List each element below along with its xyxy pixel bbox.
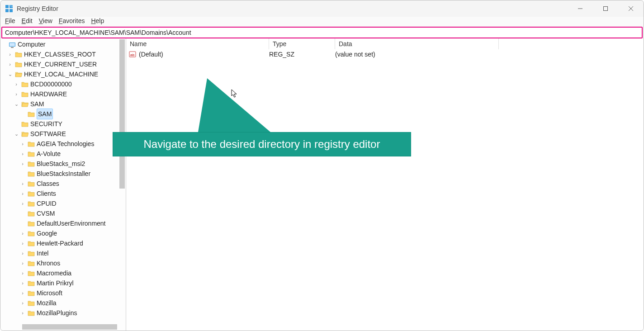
callout-text: Navigate to the desired directory in reg… xyxy=(144,138,380,151)
tree-label: BlueStacks_msi2 xyxy=(37,159,85,169)
tree-item-software[interactable]: ⌄ SOFTWARE xyxy=(0,129,118,139)
address-bar-highlight xyxy=(1,27,643,38)
list-header: Name Type Data xyxy=(126,38,644,49)
menu-file[interactable]: File xyxy=(5,17,15,24)
svg-rect-10 xyxy=(9,43,15,46)
tree-item[interactable]: ›BlueStacksInstaller xyxy=(0,169,118,179)
tree-item[interactable]: ›BlueStacks_msi2 xyxy=(0,159,118,169)
folder-icon xyxy=(21,121,28,127)
tree-label: CPUID xyxy=(37,199,57,208)
folder-icon xyxy=(15,61,22,67)
column-header-name[interactable]: Name xyxy=(126,38,269,49)
svg-rect-3 xyxy=(9,9,13,12)
tree-item[interactable]: ›MozillaPlugins xyxy=(0,308,118,318)
tree-item[interactable]: ›Mozilla xyxy=(0,298,118,308)
column-header-data[interactable]: Data xyxy=(335,38,499,49)
regedit-icon xyxy=(5,5,13,13)
tree-item[interactable]: ›Martin Prikryl xyxy=(0,278,118,288)
menu-help-label: elp xyxy=(96,17,104,24)
tree-root-computer[interactable]: ▾ Computer xyxy=(0,39,118,49)
chevron-down-icon: ⌄ xyxy=(13,129,19,139)
tree-item-hkcu[interactable]: › HKEY_CURRENT_USER xyxy=(0,59,118,69)
tree-item[interactable]: ›Intel xyxy=(0,248,118,258)
menu-view-label: iew xyxy=(43,17,52,24)
client-area: ▾ Computer › HKEY_CLASSES_ xyxy=(0,38,644,331)
cell-type-text: REG_SZ xyxy=(269,51,335,58)
chevron-right-icon: › xyxy=(19,298,26,308)
tree-label: BlueStacksInstaller xyxy=(37,169,90,179)
menu-view[interactable]: View xyxy=(39,17,52,24)
column-header-spare[interactable] xyxy=(499,38,644,49)
list-row[interactable]: ab (Default) REG_SZ (value not set) xyxy=(126,49,644,59)
chevron-right-icon: › xyxy=(19,189,26,199)
folder-icon xyxy=(28,190,35,197)
tree-label: Intel xyxy=(37,248,48,258)
tree-item-sam-sam-selected[interactable]: › SAM xyxy=(0,109,118,119)
folder-icon xyxy=(28,111,35,117)
menu-favorites-label: avorites xyxy=(62,17,85,24)
tree-horizontal-scrollbar[interactable] xyxy=(22,324,117,330)
folder-icon xyxy=(28,240,35,246)
titlebar: Registry Editor xyxy=(0,0,644,17)
tree-item[interactable]: ›Khronos xyxy=(0,258,118,268)
folder-icon xyxy=(28,170,35,177)
tree-item[interactable]: ›A-Volute xyxy=(0,149,118,159)
tree-label: Classes xyxy=(37,179,59,189)
tree-item[interactable]: ›Macromedia xyxy=(0,268,118,278)
menu-edit[interactable]: Edit xyxy=(22,17,33,24)
list-pane: Name Type Data ab (Default) REG_SZ (valu xyxy=(126,38,644,331)
tree-item-security[interactable]: › SECURITY xyxy=(0,119,118,129)
tree-label: Khronos xyxy=(37,258,60,268)
menu-help[interactable]: Help xyxy=(91,17,104,24)
tree-item-hklm[interactable]: ⌄ HKEY_LOCAL_MACHINE xyxy=(0,69,118,79)
folder-icon xyxy=(28,220,35,227)
tree-item-bcd[interactable]: › BCD00000000 xyxy=(0,79,118,89)
close-button[interactable] xyxy=(618,0,644,17)
folder-icon xyxy=(28,300,35,306)
chevron-right-icon: › xyxy=(19,228,26,238)
tree-item-hardware[interactable]: › HARDWARE xyxy=(0,89,118,99)
tree-item[interactable]: ›Classes xyxy=(0,179,118,189)
cell-data-text: (value not set) xyxy=(335,51,644,58)
tree-item[interactable]: ›Microsoft xyxy=(0,288,118,298)
minimize-button[interactable] xyxy=(568,0,593,17)
tree-item[interactable]: ›Hewlett-Packard xyxy=(0,238,118,248)
tree-item[interactable]: ›AGEIA Technologies xyxy=(0,139,118,149)
folder-icon xyxy=(28,151,35,157)
chevron-right-icon: › xyxy=(19,258,26,268)
maximize-button[interactable] xyxy=(593,0,618,17)
folder-icon xyxy=(15,51,22,57)
tree-label: SAM xyxy=(37,109,53,119)
tree-label: DefaultUserEnvironment xyxy=(37,218,106,228)
svg-rect-2 xyxy=(5,9,9,12)
tree-item-hkcr[interactable]: › HKEY_CLASSES_ROOT xyxy=(0,49,118,59)
address-input[interactable] xyxy=(4,28,640,37)
folder-icon xyxy=(21,81,28,87)
tree-label: HKEY_LOCAL_MACHINE xyxy=(24,69,98,79)
tree-item[interactable]: ›CPUID xyxy=(0,199,118,208)
folder-icon xyxy=(28,180,35,187)
tree-item[interactable]: ›Google xyxy=(0,228,118,238)
column-header-type[interactable]: Type xyxy=(269,38,335,49)
menu-favorites[interactable]: Favorites xyxy=(59,17,85,24)
folder-icon xyxy=(28,230,35,236)
tree-label: SOFTWARE xyxy=(30,129,66,139)
tree-label: Microsoft xyxy=(37,288,62,298)
chevron-right-icon: › xyxy=(7,49,13,59)
tree-label: A-Volute xyxy=(37,149,61,159)
folder-icon xyxy=(28,290,35,296)
chevron-right-icon: › xyxy=(13,89,19,99)
tree-item-sam[interactable]: ⌄ SAM xyxy=(0,99,118,109)
tree-item[interactable]: ›Clients xyxy=(0,189,118,199)
window-controls xyxy=(568,0,644,17)
tree-item[interactable]: ›DefaultUserEnvironment xyxy=(0,218,118,228)
tree-item[interactable]: ›CVSM xyxy=(0,208,118,218)
tree-label: CVSM xyxy=(37,208,55,218)
tree-label: Computer xyxy=(18,39,45,49)
chevron-right-icon: › xyxy=(19,278,26,288)
tree-vertical-scrollbar[interactable] xyxy=(119,39,125,189)
tree-view[interactable]: ▾ Computer › HKEY_CLASSES_ xyxy=(0,39,118,323)
chevron-right-icon: › xyxy=(19,139,26,149)
chevron-right-icon: › xyxy=(19,268,26,278)
folder-open-icon xyxy=(21,131,28,137)
